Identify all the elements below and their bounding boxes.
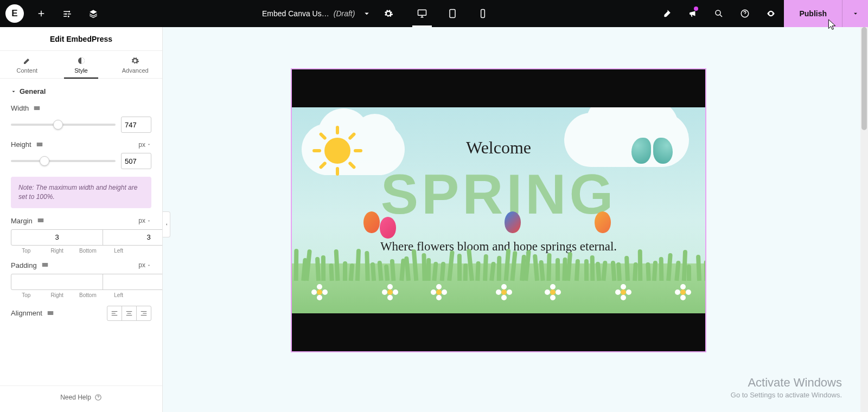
padding-right-input[interactable] [103, 274, 162, 290]
scroll-thumb[interactable] [861, 27, 867, 130]
note-box: Note: The maximum width and height are s… [11, 177, 151, 208]
padding-row: Padding px [11, 261, 151, 269]
svg-rect-6 [34, 106, 40, 110]
align-center-icon [125, 310, 133, 317]
document-dropdown[interactable] [359, 0, 374, 27]
chevron-down-icon [146, 263, 151, 268]
desktop-icon[interactable] [41, 261, 49, 269]
tablet-device-button[interactable] [437, 0, 468, 27]
margin-label: Margin [11, 217, 44, 225]
windows-watermark: Activate Windows Go to Settings to activ… [731, 376, 842, 399]
svg-rect-0 [418, 10, 426, 15]
chevron-down-icon [852, 10, 859, 17]
height-slider[interactable] [11, 160, 116, 162]
contrast-icon [77, 56, 86, 65]
top-bar: E Embed Canva Us… (Draft) [0, 0, 868, 27]
help-button[interactable] [732, 0, 758, 27]
topbar-left: E [0, 0, 106, 27]
margin-top-input[interactable] [11, 229, 103, 246]
gear-icon [131, 56, 139, 65]
whats-new-button[interactable] [680, 0, 706, 27]
align-right-button[interactable] [136, 306, 151, 321]
svg-rect-1 [450, 10, 455, 18]
desktop-icon[interactable] [47, 310, 54, 317]
editor-canvas[interactable]: Welcome SPRING Where flowers bloom and h… [163, 27, 868, 412]
height-control-row: Height px [11, 140, 151, 149]
embedded-content: Welcome SPRING Where flowers bloom and h… [292, 107, 705, 313]
topbar-center: Embed Canva Us… (Draft) [106, 0, 654, 27]
margin-labels: TopRightBottomLeft [11, 248, 151, 254]
gear-icon [384, 9, 393, 18]
workspace: Edit EmbedPress Content Style Advanced G… [0, 27, 868, 412]
preview-button[interactable] [758, 0, 784, 27]
tab-advanced-label: Advanced [122, 67, 149, 74]
svg-rect-7 [36, 142, 42, 146]
embedded-widget-frame[interactable]: Welcome SPRING Where flowers bloom and h… [291, 68, 706, 352]
chevron-left-icon [164, 222, 169, 227]
height-input[interactable] [121, 153, 151, 169]
width-slider[interactable] [11, 124, 116, 126]
need-help-link[interactable]: Need Help [0, 385, 162, 412]
elementor-logo[interactable]: E [5, 4, 24, 23]
desktop-icon [417, 8, 427, 19]
section-general-toggle[interactable]: General [11, 87, 151, 95]
structure-button[interactable] [80, 0, 106, 27]
page-settings-button[interactable] [379, 0, 398, 27]
eye-icon [766, 9, 776, 18]
align-left-icon [111, 310, 118, 317]
height-unit-select[interactable]: px [138, 141, 151, 149]
egg-graphic [505, 211, 521, 233]
svg-rect-10 [48, 311, 54, 315]
finder-button[interactable] [706, 0, 732, 27]
padding-top-input[interactable] [11, 274, 103, 290]
desktop-icon[interactable] [37, 217, 44, 224]
vertical-scrollbar[interactable] [860, 27, 868, 412]
padding-unit-select[interactable]: px [138, 261, 151, 269]
spring-heading: SPRING [292, 166, 705, 222]
section-general-label: General [20, 87, 46, 95]
publish-options-button[interactable] [842, 0, 868, 27]
height-label: Height [11, 140, 43, 149]
width-input[interactable] [121, 117, 151, 133]
site-settings-button[interactable] [54, 0, 80, 27]
help-circle-icon [740, 9, 750, 18]
tab-style[interactable]: Style [54, 51, 108, 78]
panel-collapse-button[interactable] [163, 211, 170, 237]
svg-point-3 [716, 10, 720, 15]
width-slider-row [11, 117, 151, 133]
align-left-button[interactable] [107, 306, 122, 321]
desktop-icon[interactable] [33, 105, 41, 112]
alignment-row: Alignment [11, 306, 151, 321]
padding-label: Padding [11, 261, 49, 269]
egg-graphic [595, 211, 611, 233]
desktop-device-button[interactable] [407, 0, 437, 27]
height-slider-row [11, 153, 151, 169]
padding-inputs [11, 274, 151, 290]
desktop-icon[interactable] [36, 141, 43, 149]
alignment-label: Alignment [11, 309, 54, 317]
themes-button[interactable] [654, 0, 680, 27]
width-control-row: Width [11, 104, 151, 112]
tab-content[interactable]: Content [0, 51, 54, 78]
tab-advanced[interactable]: Advanced [108, 51, 162, 78]
mobile-device-button[interactable] [468, 0, 498, 27]
caret-down-icon [11, 89, 16, 94]
search-icon [714, 9, 724, 18]
document-status: (Draft) [334, 9, 355, 18]
egg-graphic [363, 211, 380, 233]
tab-style-label: Style [74, 67, 87, 74]
width-label: Width [11, 104, 41, 112]
chevron-down-icon [146, 142, 151, 147]
document-title[interactable]: Embed Canva Us… [262, 9, 329, 18]
panel-title: Edit EmbedPress [0, 27, 162, 51]
tab-content-label: Content [17, 67, 38, 74]
add-element-button[interactable] [28, 0, 54, 27]
brush-icon [662, 9, 672, 18]
tablet-icon [447, 8, 458, 19]
margin-unit-select[interactable]: px [138, 217, 151, 224]
align-center-button[interactable] [122, 306, 137, 321]
tagline-text: Where flowers bloom and hope springs ete… [292, 240, 705, 254]
align-right-icon [140, 310, 148, 317]
margin-right-input[interactable] [103, 229, 162, 246]
alignment-buttons [107, 306, 151, 321]
